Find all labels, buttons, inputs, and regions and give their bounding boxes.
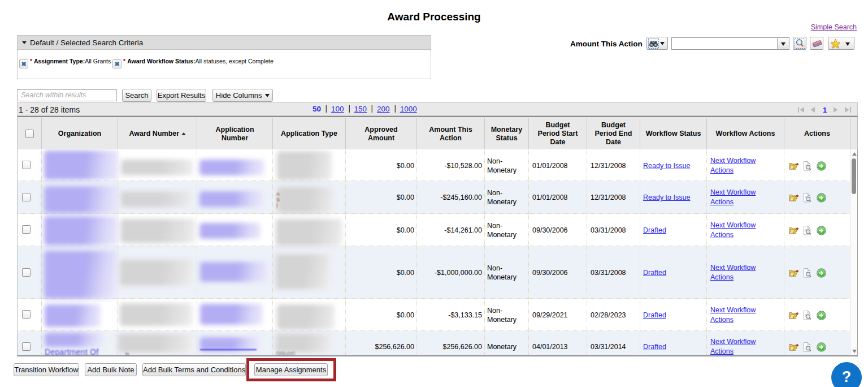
svg-text:1: 1	[823, 106, 827, 114]
